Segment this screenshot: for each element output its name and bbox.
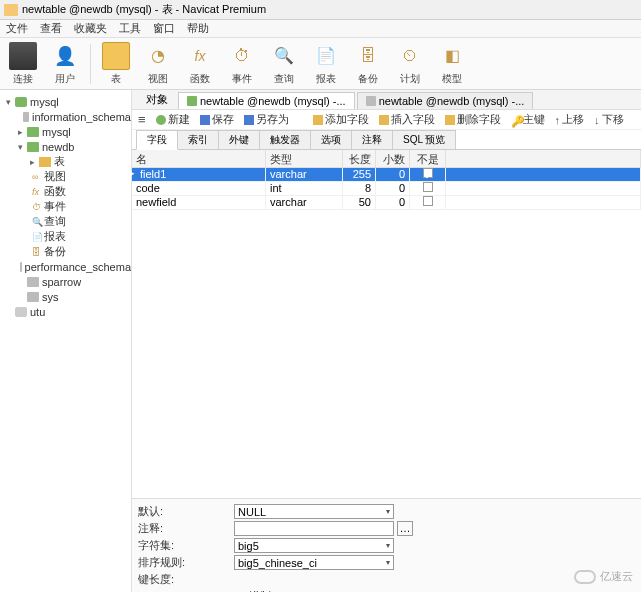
subtab-sql[interactable]: SQL 预览 bbox=[392, 130, 456, 149]
tb-event[interactable]: ⏱事件 bbox=[225, 42, 259, 86]
menu-file[interactable]: 文件 bbox=[6, 21, 28, 36]
input-default[interactable]: NULL bbox=[234, 504, 394, 519]
tb-query[interactable]: 🔍查询 bbox=[267, 42, 301, 86]
title-bar: newtable @newdb (mysql) - 表 - Navicat Pr… bbox=[0, 0, 641, 20]
cell-name[interactable]: field1 bbox=[132, 168, 266, 181]
tree-backups[interactable]: 🗄备份 bbox=[0, 244, 131, 259]
col-length[interactable]: 长度 bbox=[343, 150, 376, 167]
tree-tables[interactable]: ▸表 bbox=[0, 154, 131, 169]
lbl-keylen: 键长度: bbox=[138, 572, 234, 587]
col-name[interactable]: 名 bbox=[132, 150, 266, 167]
cloud-icon bbox=[574, 570, 596, 584]
tab-objects[interactable]: 对象 bbox=[138, 90, 176, 109]
connection-tree[interactable]: ▾mysql information_schema ▸mysql ▾newdb … bbox=[0, 90, 132, 592]
tb-report[interactable]: 📄报表 bbox=[309, 42, 343, 86]
field-grid[interactable]: ▸ field1 varchar 255 0 ✔ code int 8 0 ne… bbox=[132, 168, 641, 498]
menu-bar: 文件 查看 收藏夹 工具 窗口 帮助 bbox=[0, 20, 641, 38]
cell-len[interactable]: 8 bbox=[343, 182, 376, 195]
cell-dec[interactable]: 0 bbox=[376, 182, 410, 195]
tree-events[interactable]: ⏱事件 bbox=[0, 199, 131, 214]
tree-db-newdb[interactable]: ▾newdb bbox=[0, 139, 131, 154]
input-comment[interactable] bbox=[234, 521, 394, 536]
tb-function[interactable]: fx函数 bbox=[183, 42, 217, 86]
tree-db-information-schema[interactable]: information_schema bbox=[0, 109, 131, 124]
main-panel: 对象 newtable @newdb (mysql) -... newtable… bbox=[132, 90, 641, 592]
tree-db-mysql[interactable]: ▸mysql bbox=[0, 124, 131, 139]
table-icon bbox=[366, 96, 376, 106]
cell-name[interactable]: newfield bbox=[132, 196, 266, 209]
cell-notnull[interactable]: ✔ bbox=[410, 168, 446, 181]
tree-functions[interactable]: fx函数 bbox=[0, 184, 131, 199]
subtab-trigger[interactable]: 触发器 bbox=[259, 130, 311, 149]
tree-queries[interactable]: 🔍查询 bbox=[0, 214, 131, 229]
menu-favorites[interactable]: 收藏夹 bbox=[74, 21, 107, 36]
designer-tabs: 字段 索引 外键 触发器 选项 注释 SQL 预览 bbox=[132, 130, 641, 150]
menu-window[interactable]: 窗口 bbox=[153, 21, 175, 36]
subtab-fk[interactable]: 外键 bbox=[218, 130, 260, 149]
tree-db-sparrow[interactable]: sparrow bbox=[0, 274, 131, 289]
row-indicator-icon: ▸ bbox=[130, 168, 135, 178]
select-charset[interactable]: big5 bbox=[234, 538, 394, 553]
lbl-default: 默认: bbox=[138, 504, 234, 519]
menu-help[interactable]: 帮助 bbox=[187, 21, 209, 36]
tb-user[interactable]: 👤用户 bbox=[48, 42, 82, 86]
cell-type[interactable]: varchar bbox=[266, 168, 343, 181]
main-toolbar: 连接 👤用户 表 ◔视图 fx函数 ⏱事件 🔍查询 📄报表 🗄备份 ⏲计划 ◧模… bbox=[0, 38, 641, 90]
cell-type[interactable]: int bbox=[266, 182, 343, 195]
cell-len[interactable]: 255 bbox=[343, 168, 376, 181]
cell-name[interactable]: code bbox=[132, 182, 266, 195]
subtab-index[interactable]: 索引 bbox=[177, 130, 219, 149]
col-type[interactable]: 类型 bbox=[266, 150, 343, 167]
tb-model[interactable]: ◧模型 bbox=[435, 42, 469, 86]
menu-tools[interactable]: 工具 bbox=[119, 21, 141, 36]
watermark: 亿速云 bbox=[574, 569, 633, 584]
tb-plan[interactable]: ⏲计划 bbox=[393, 42, 427, 86]
subtab-comment[interactable]: 注释 bbox=[351, 130, 393, 149]
tb-view[interactable]: ◔视图 bbox=[141, 42, 175, 86]
cell-type[interactable]: varchar bbox=[266, 196, 343, 209]
cell-dec[interactable]: 0 bbox=[376, 168, 410, 181]
ab-addfield[interactable]: 添加字段 bbox=[313, 112, 369, 127]
tb-connect[interactable]: 连接 bbox=[6, 42, 40, 86]
ab-saveas[interactable]: 另存为 bbox=[244, 112, 289, 127]
ab-save[interactable]: 保存 bbox=[200, 112, 234, 127]
ab-moveup[interactable]: ↑上移 bbox=[555, 112, 585, 127]
tree-conn-utu[interactable]: utu bbox=[0, 304, 131, 319]
cell-notnull[interactable] bbox=[410, 182, 446, 195]
lbl-charset: 字符集: bbox=[138, 538, 234, 553]
tree-conn-mysql[interactable]: ▾mysql bbox=[0, 94, 131, 109]
action-bar: ≡ 新建 保存 另存为 添加字段 插入字段 删除字段 🔑主键 ↑上移 ↓下移 bbox=[132, 110, 641, 130]
table-icon bbox=[187, 96, 197, 106]
field-properties: 默认:NULL 注释:… 字符集:big5 排序规则:big5_chinese_… bbox=[132, 498, 641, 592]
table-row[interactable]: newfield varchar 50 0 bbox=[132, 196, 641, 210]
subtab-fields[interactable]: 字段 bbox=[136, 130, 178, 150]
tree-views[interactable]: ∞视图 bbox=[0, 169, 131, 184]
tree-reports[interactable]: 📄报表 bbox=[0, 229, 131, 244]
tb-table[interactable]: 表 bbox=[99, 42, 133, 86]
tab-newtable-active[interactable]: newtable @newdb (mysql) -... bbox=[178, 92, 355, 109]
tree-db-sys[interactable]: sys bbox=[0, 289, 131, 304]
select-collation[interactable]: big5_chinese_ci bbox=[234, 555, 394, 570]
cell-dec[interactable]: 0 bbox=[376, 196, 410, 209]
document-tabs: 对象 newtable @newdb (mysql) -... newtable… bbox=[132, 90, 641, 110]
table-row[interactable]: code int 8 0 bbox=[132, 182, 641, 196]
comment-more-button[interactable]: … bbox=[397, 521, 413, 536]
cell-len[interactable]: 50 bbox=[343, 196, 376, 209]
menu-edit[interactable]: 查看 bbox=[40, 21, 62, 36]
cell-notnull[interactable] bbox=[410, 196, 446, 209]
ab-movedown[interactable]: ↓下移 bbox=[594, 112, 624, 127]
table-row[interactable]: ▸ field1 varchar 255 0 ✔ bbox=[132, 168, 641, 182]
subtab-option[interactable]: 选项 bbox=[310, 130, 352, 149]
lbl-collation: 排序规则: bbox=[138, 555, 234, 570]
grid-header: 名 类型 长度 小数点 不是 null bbox=[132, 150, 641, 168]
col-notnull[interactable]: 不是 null bbox=[410, 150, 446, 167]
tb-backup[interactable]: 🗄备份 bbox=[351, 42, 385, 86]
col-decimals[interactable]: 小数点 bbox=[376, 150, 410, 167]
ab-deletefield[interactable]: 删除字段 bbox=[445, 112, 501, 127]
ab-new[interactable]: 新建 bbox=[156, 112, 190, 127]
ab-insertfield[interactable]: 插入字段 bbox=[379, 112, 435, 127]
tab-newtable-inactive[interactable]: newtable @newdb (mysql) -... bbox=[357, 92, 534, 109]
ab-primarykey[interactable]: 🔑主键 bbox=[511, 112, 545, 127]
hamburger-icon[interactable]: ≡ bbox=[138, 112, 146, 127]
tree-db-performance-schema[interactable]: performance_schema bbox=[0, 259, 131, 274]
